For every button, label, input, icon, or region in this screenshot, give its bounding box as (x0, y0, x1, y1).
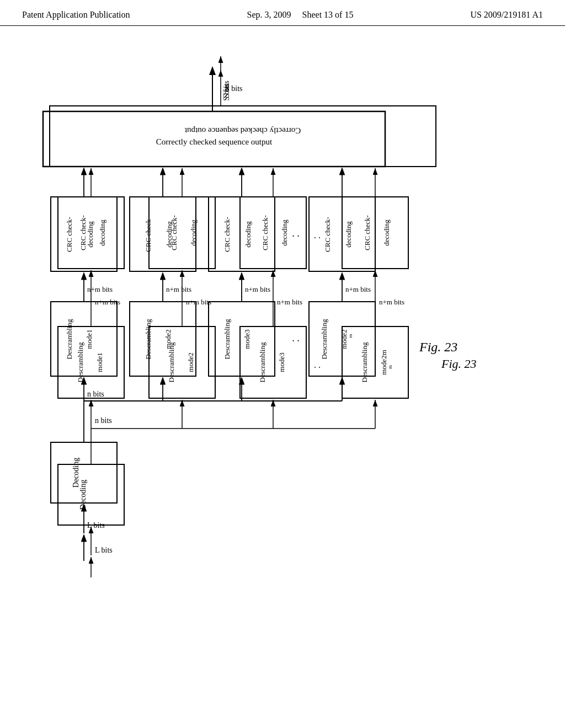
svg-rect-77 (51, 442, 117, 503)
svg-rect-43 (209, 197, 275, 271)
svg-text:decoding: decoding (344, 221, 353, 248)
svg-text:CRC check-: CRC check- (65, 217, 73, 252)
page-header: Patent Application Publication Sep. 3, 2… (0, 0, 565, 26)
svg-text:n+m bits: n+m bits (166, 285, 191, 293)
svg-text:n bits: n bits (87, 390, 104, 398)
svg-text:mode3: mode3 (243, 329, 251, 349)
svg-text:Descrambling: Descrambling (223, 319, 231, 359)
svg-text:L bits: L bits (87, 521, 105, 529)
svg-text:S bits: S bits (222, 81, 231, 98)
header-right: US 2009/219181 A1 (470, 10, 543, 20)
svg-rect-63 (209, 302, 275, 376)
svg-text:mode1: mode1 (85, 329, 93, 349)
svg-rect-57 (51, 302, 117, 376)
svg-text:Descrambling: Descrambling (320, 319, 328, 359)
svg-text:CRC check-: CRC check- (223, 217, 231, 252)
figure-label: Fig. 23 (419, 340, 457, 354)
svg-text:n+m bits: n+m bits (87, 285, 113, 293)
svg-rect-37 (51, 197, 117, 271)
svg-text:decoding: decoding (244, 221, 252, 248)
svg-rect-40 (130, 197, 196, 271)
svg-text:n+m bits: n+m bits (345, 285, 371, 293)
svg-text:Decoding: Decoding (72, 458, 80, 488)
svg-text:CRC check-: CRC check- (144, 217, 152, 252)
svg-text:m: m (348, 334, 353, 338)
svg-text:Descrambling: Descrambling (144, 319, 152, 359)
svg-text:decoding: decoding (86, 221, 94, 248)
svg-text:decoding: decoding (165, 221, 173, 248)
header-center: Sep. 3, 2009 Sheet 13 of 15 (247, 10, 354, 20)
diagram-area: S bits S bits Correctly checked sequence… (0, 26, 565, 721)
output-label: Correctly checked sequence output (156, 137, 273, 146)
svg-rect-60 (130, 302, 196, 376)
svg-text:mode2: mode2 (340, 329, 348, 349)
svg-text:n+m bits: n+m bits (245, 285, 270, 293)
svg-rect-46 (309, 197, 375, 271)
svg-text:CRC check-: CRC check- (323, 217, 332, 252)
svg-text:Descrambling: Descrambling (65, 319, 73, 359)
dots-descrambling: . . (292, 333, 300, 344)
dots-crc: . . (292, 228, 300, 239)
svg-text:mode2: mode2 (164, 329, 172, 349)
header-left: Patent Application Publication (22, 10, 130, 20)
